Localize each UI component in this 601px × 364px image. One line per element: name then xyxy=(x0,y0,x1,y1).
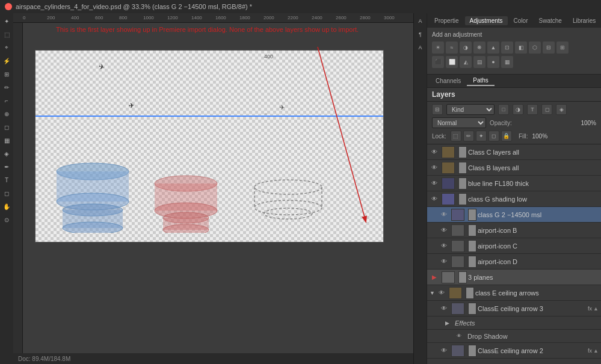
eye-icon[interactable]: 👁 xyxy=(430,194,439,204)
solidcolor-adj-icon[interactable]: ● xyxy=(487,56,499,68)
curves-adj-icon[interactable]: ≈ xyxy=(446,42,458,54)
exposure-adj-icon[interactable]: ◑ xyxy=(460,42,472,54)
pattern-adj-icon[interactable]: ▦ xyxy=(501,56,513,68)
text-icon[interactable]: T xyxy=(527,104,538,115)
smartobj-icon[interactable]: ◈ xyxy=(556,104,567,115)
lock-transparent-icon[interactable]: ⬚ xyxy=(451,131,461,141)
adjustments-section: Add an adjustment ☀ ≈ ◑ ❋ ▲ ⊡ ◧ ⬡ ⊟ ⊞ ⬛ … xyxy=(427,28,601,75)
lock-position-icon[interactable]: ✦ xyxy=(476,131,487,141)
panel-tabs: Propertie Adjustments Color Swatche Libr… xyxy=(427,13,601,28)
layer-thumbnail xyxy=(442,162,455,174)
pixel-icon[interactable]: □ xyxy=(498,104,509,115)
ruler-mark: 2600 xyxy=(336,15,360,20)
layer-row[interactable]: 👁 airport-icon D xyxy=(427,254,601,270)
layer-row[interactable]: 👁 Class C layers all xyxy=(427,144,601,160)
layer-row[interactable]: 👁 airport-icon C xyxy=(427,238,601,254)
eye-icon[interactable]: 👁 xyxy=(454,332,464,341)
canvas-viewport[interactable]: This is the first layer showing up in Pr… xyxy=(23,23,413,353)
eye-icon[interactable]: 👁 xyxy=(430,147,439,157)
tab-adjustments[interactable]: Adjustments xyxy=(465,16,508,25)
layer-row[interactable]: 👁 blue line FL180 thick xyxy=(427,176,601,191)
svg-point-14 xyxy=(254,180,322,194)
hand-tool[interactable]: ✋ xyxy=(1,201,12,212)
close-button[interactable] xyxy=(5,3,12,10)
tab-color[interactable]: Color xyxy=(509,16,533,25)
vert-icon-2[interactable]: ¶ xyxy=(415,29,426,40)
tab-properties[interactable]: Propertie xyxy=(430,16,464,25)
eye-icon[interactable]: ▶ xyxy=(430,273,439,282)
layer-row-group[interactable]: ▼ 👁 class E ceiling arrows xyxy=(427,285,601,301)
tab-swatches[interactable]: Swatche xyxy=(534,16,567,25)
layer-row-3planes[interactable]: ▶ 3 planes xyxy=(427,270,601,285)
select-tool[interactable]: ⬚ xyxy=(1,29,12,40)
eye-icon[interactable]: 👁 xyxy=(439,304,449,313)
eye-icon[interactable]: 👁 xyxy=(437,288,446,298)
lasso-tool[interactable]: ⌖ xyxy=(1,42,12,53)
tab-paths[interactable]: Paths xyxy=(467,76,495,86)
effects-expand-icon[interactable]: ▶ xyxy=(445,320,452,326)
tab-libraries[interactable]: Libraries xyxy=(568,16,600,25)
move-tool[interactable]: ✦ xyxy=(1,16,12,26)
filter-kind-icon[interactable]: ⊟ xyxy=(432,104,443,115)
posterize-adj-icon[interactable]: ⬜ xyxy=(446,56,458,68)
eye-icon[interactable]: 👁 xyxy=(439,226,449,235)
effects-label: Effects xyxy=(452,319,475,327)
clone-tool[interactable]: ⊕ xyxy=(1,108,12,119)
zoom-tool[interactable]: ⊙ xyxy=(1,214,12,225)
lock-artboard-icon[interactable]: ◻ xyxy=(489,131,499,141)
threshold-adj-icon[interactable]: ◭ xyxy=(460,56,472,68)
layer-row[interactable]: 👁 airport-icon B xyxy=(427,223,601,238)
eye-icon[interactable]: 👁 xyxy=(439,241,449,251)
layers-list[interactable]: 👁 Class C layers all 👁 Class B layers al… xyxy=(427,144,601,364)
layer-row[interactable]: 👁 ClassE ceiling arrow 3 fx ▲ xyxy=(427,301,601,316)
gradient-tool[interactable]: ▦ xyxy=(1,135,12,146)
eye-icon[interactable]: 👁 xyxy=(439,346,449,356)
colorlookup-adj-icon[interactable]: ⊞ xyxy=(556,42,569,54)
bw-adj-icon[interactable]: ◧ xyxy=(515,42,527,54)
layer-thumbnail xyxy=(451,303,464,315)
dropshadow-row[interactable]: 👁 Drop Shadow xyxy=(427,330,601,343)
brush-tool[interactable]: ⌐ xyxy=(1,95,12,106)
eye-icon[interactable]: 👁 xyxy=(430,163,439,173)
channelmixer-adj-icon[interactable]: ⊟ xyxy=(543,42,555,54)
expand-arrow-icon[interactable]: ▼ xyxy=(430,290,437,296)
layer-name: ClassE ceiling arrow 2 xyxy=(478,347,585,354)
kind-dropdown[interactable]: Kind xyxy=(446,104,495,115)
vibrance-adj-icon[interactable]: ❋ xyxy=(473,42,485,54)
vert-icon-3[interactable]: A xyxy=(415,42,426,53)
vert-panel: A ¶ A xyxy=(413,13,427,364)
colorbalance-adj-icon[interactable]: ⊡ xyxy=(501,42,513,54)
text-tool[interactable]: T xyxy=(1,174,12,185)
vert-icon-1[interactable]: A xyxy=(415,16,426,26)
layer-row[interactable]: 👁 ClassE ceiling arrow 2 fx ▲ xyxy=(427,343,601,359)
shape-tool[interactable]: ◻ xyxy=(1,188,12,199)
adjustment-icon[interactable]: ◑ xyxy=(513,104,523,115)
lock-pixels-icon[interactable]: ✏ xyxy=(463,131,474,141)
effects-row[interactable]: ▶ Effects xyxy=(427,316,601,330)
eye-icon[interactable]: 👁 xyxy=(439,210,449,220)
airplane-small-mid: ✈ xyxy=(128,102,135,111)
magic-wand-tool[interactable]: ⚡ xyxy=(1,55,12,66)
eyedropper-tool[interactable]: ✏ xyxy=(1,82,12,93)
pen-tool[interactable]: ✒ xyxy=(1,161,12,172)
eye-icon[interactable]: 👁 xyxy=(439,257,449,267)
eye-icon[interactable]: 👁 xyxy=(430,179,439,188)
hsl-adj-icon[interactable]: ▲ xyxy=(487,42,499,54)
blendmode-dropdown[interactable]: Normal xyxy=(432,117,486,128)
photofilter-adj-icon[interactable]: ⬡ xyxy=(529,42,541,54)
tab-channels[interactable]: Channels xyxy=(430,76,467,85)
eraser-tool[interactable]: ◻ xyxy=(1,122,12,132)
layer-row[interactable]: 👁 Class B layers all xyxy=(427,160,601,176)
layer-name: class G shading low xyxy=(468,196,599,203)
layer-row[interactable]: 👁 class G shading low xyxy=(427,191,601,207)
invert-adj-icon[interactable]: ⬛ xyxy=(432,56,444,68)
crop-tool[interactable]: ⊞ xyxy=(1,69,12,79)
lock-all-icon[interactable]: 🔒 xyxy=(501,131,512,141)
shape-icon[interactable]: ◻ xyxy=(541,104,552,115)
lock-row: Lock: ⬚ ✏ ✦ ◻ 🔒 Fill: 100% xyxy=(432,131,596,141)
layer-row-selected[interactable]: 👁 class G 2 −14500 msl xyxy=(427,207,601,223)
brightness-adj-icon[interactable]: ☀ xyxy=(432,42,444,54)
gradient-adj-icon[interactable]: ▤ xyxy=(473,56,485,68)
blur-tool[interactable]: ◈ xyxy=(1,148,12,159)
layer-thumbnail xyxy=(442,271,455,283)
